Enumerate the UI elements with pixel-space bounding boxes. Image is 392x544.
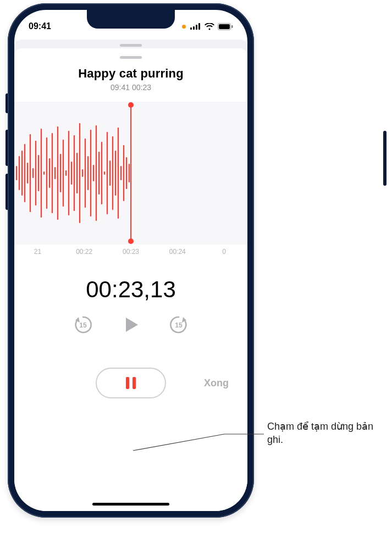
play-button[interactable] <box>122 315 140 334</box>
status-time: 09:41 <box>29 21 62 31</box>
wifi-icon <box>205 23 214 30</box>
recording-title[interactable]: Happy cat purring <box>14 66 247 81</box>
pause-recording-button[interactable] <box>96 368 166 398</box>
timeline-tick: 0 <box>201 248 247 256</box>
cellular-icon <box>190 23 201 30</box>
sheet-grabber[interactable] <box>120 56 142 59</box>
timeline-tick: 00:23 <box>108 248 154 256</box>
side-button-hw <box>383 131 387 186</box>
pause-icon <box>126 377 136 389</box>
svg-rect-0 <box>190 27 192 30</box>
elapsed-time: 00:23,13 <box>14 276 247 303</box>
svg-rect-3 <box>198 23 200 30</box>
home-indicator[interactable] <box>92 503 169 506</box>
svg-rect-2 <box>196 25 197 30</box>
done-button[interactable]: Xong <box>204 378 229 389</box>
svg-rect-5 <box>219 24 230 29</box>
timeline-tick: 00:22 <box>61 248 108 256</box>
svg-text:15: 15 <box>175 321 183 329</box>
battery-icon <box>218 23 233 30</box>
svg-point-51 <box>128 238 134 244</box>
skip-back-15-button[interactable]: 15 <box>71 313 95 337</box>
callout-label: Chạm để tạm dừng bản ghi. <box>267 420 383 447</box>
recording-indicator-dot <box>182 25 186 29</box>
waveform-view[interactable] <box>14 102 247 245</box>
recording-subtitle: 09:41 00:23 <box>14 83 247 92</box>
transport-controls: 15 15 <box>14 313 247 337</box>
svg-text:15: 15 <box>79 321 87 329</box>
timeline-tick: 00:24 <box>154 248 201 256</box>
recording-sheet: Happy cat purring 09:41 00:23 <box>14 48 247 511</box>
svg-rect-1 <box>193 26 195 30</box>
timeline-tick: 21 <box>14 248 61 256</box>
screen: 09:41 Happy ca <box>14 10 247 511</box>
svg-rect-6 <box>231 25 233 28</box>
waveform-timeline: 21 00:22 00:23 00:24 0 <box>14 245 247 256</box>
phone-frame: 09:41 Happy ca <box>8 3 254 518</box>
svg-marker-54 <box>126 318 138 332</box>
svg-point-50 <box>128 102 134 108</box>
notch <box>87 10 175 29</box>
skip-forward-15-button[interactable]: 15 <box>167 313 191 337</box>
